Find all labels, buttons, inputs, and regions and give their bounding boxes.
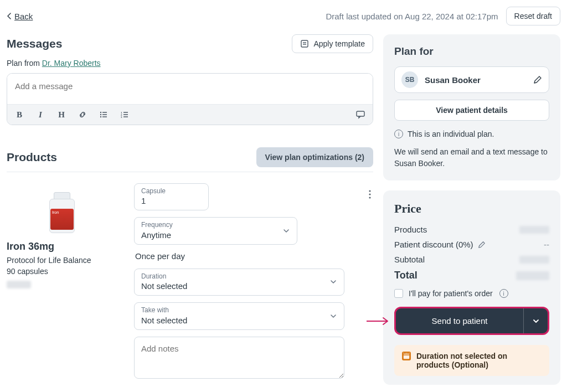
take-with-label: Take with [141,306,337,314]
chevron-down-icon [329,278,337,286]
reset-draft-button[interactable]: Reset draft [506,7,560,25]
svg-point-3 [100,112,101,113]
svg-rect-15 [357,111,364,116]
duration-value: Not selected [141,281,337,291]
products-heading: Products [7,151,57,164]
back-link[interactable]: Back [7,12,33,21]
capsule-value: 1 [141,196,202,205]
price-subtotal-amount-blurred [519,256,549,264]
product-image: Iron [43,183,81,233]
take-with-value: Not selected [141,316,337,325]
plan-for-panel: Plan for SB Susan Booker View patient de… [383,34,560,180]
capsule-label: Capsule [141,187,202,195]
plan-from: Plan from Dr. Mary Roberts [7,59,373,68]
svg-text:3: 3 [121,116,122,118]
doctor-link[interactable]: Dr. Mary Roberts [42,59,101,68]
svg-point-17 [369,193,370,195]
frequency-field[interactable]: Frequency Anytime [134,217,297,244]
divider [7,172,373,172]
duration-field[interactable]: Duration Not selected [134,269,344,296]
template-icon [300,39,309,48]
message-input[interactable] [7,74,373,102]
checkbox-icon [394,289,403,298]
avatar: SB [401,71,418,88]
link-icon[interactable] [76,108,89,121]
chevron-down-icon [282,227,290,235]
take-with-field[interactable]: Take with Not selected [134,302,344,329]
once-per-day: Once per day [135,251,373,261]
send-dropdown-button[interactable] [523,308,548,333]
more-icon[interactable] [362,187,378,202]
patient-name: Susan Booker [425,75,527,85]
product-name: Iron 36mg [7,241,117,252]
price-products-amount-blurred [519,226,549,234]
pay-for-order-checkbox[interactable]: I'll pay for patient's order i [394,289,549,298]
price-panel: Price Products Patient discount (0%) -- … [383,190,560,385]
apply-template-button[interactable]: Apply template [292,34,373,53]
price-subtotal-label: Subtotal [394,255,519,264]
messages-heading: Messages [7,37,62,50]
view-patient-details-button[interactable]: View patient details [394,100,549,121]
svg-point-16 [369,190,370,192]
numbered-list-icon[interactable]: 123 [118,108,131,121]
plan-for-heading: Plan for [394,45,549,58]
notes-input[interactable] [134,337,344,379]
price-products-label: Products [394,225,519,234]
message-toolbar: B I H 123 [7,104,373,125]
price-total-label: Total [394,270,516,281]
price-heading: Price [394,202,549,216]
apply-template-label: Apply template [313,39,365,48]
chevron-down-icon [329,312,337,320]
product-price-blurred [7,281,31,288]
price-discount-value: -- [544,240,549,249]
duration-warning: Duration not selected on products (Optio… [394,345,549,376]
draft-timestamp: Draft last updated on Aug 22, 2024 at 02… [326,12,498,21]
info-icon: i [394,130,403,138]
svg-rect-0 [301,40,308,47]
bullet-list-icon[interactable] [97,108,110,121]
pencil-icon[interactable] [533,75,542,84]
back-label: Back [14,12,33,21]
svg-point-18 [369,197,370,198]
price-discount-label: Patient discount (0%) [394,240,473,249]
patient-chip[interactable]: SB Susan Booker [394,66,549,93]
comment-icon[interactable] [354,108,367,121]
duration-label: Duration [141,272,337,280]
product-brand: Protocol for Life Balance [7,255,117,266]
svg-point-4 [100,114,101,115]
send-to-patient-button[interactable]: Send to patient [396,308,523,333]
calendar-warning-icon [402,352,411,360]
price-total-amount-blurred [516,271,549,280]
capsule-field[interactable]: Capsule 1 [134,183,209,210]
individual-plan-note: This is an individual plan. [408,130,494,138]
send-notification-note: We will send an email and a text message… [394,146,549,169]
frequency-value: Anytime [141,230,290,240]
svg-rect-20 [403,353,410,359]
pay-for-order-label: I'll pay for patient's order [409,289,493,298]
italic-icon[interactable]: I [34,108,47,121]
svg-point-5 [100,116,101,117]
heading-icon[interactable]: H [55,108,68,121]
duration-warning-text: Duration not selected on products (Optio… [416,352,542,369]
product-size: 90 capsules [7,266,117,277]
pencil-icon[interactable] [478,241,486,249]
bold-icon[interactable]: B [13,108,26,121]
chevron-left-icon [7,13,12,19]
frequency-label: Frequency [141,221,290,229]
info-icon[interactable]: i [499,289,508,298]
view-optimizations-button[interactable]: View plan optimizations (2) [256,147,373,167]
